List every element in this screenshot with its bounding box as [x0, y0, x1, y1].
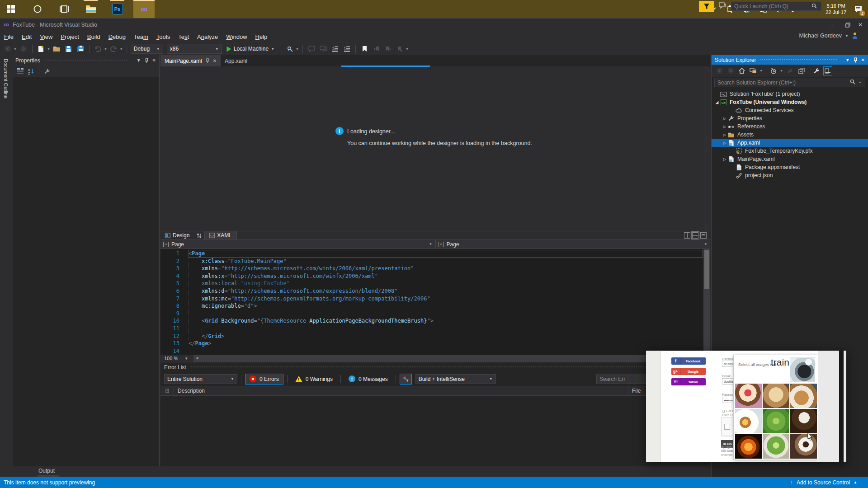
editor-vertical-scrollbar[interactable]	[703, 249, 710, 355]
window-position-caret-icon[interactable]: ▼	[845, 57, 850, 62]
solution-platform-dropdown[interactable]: x86▼	[167, 44, 222, 54]
toolbar-options-caret-icon[interactable]: ▼	[406, 47, 409, 51]
breadcrumb-left-page[interactable]: ‹› Page ▼	[160, 240, 436, 249]
pin-icon[interactable]	[145, 58, 149, 63]
search-icon[interactable]	[850, 79, 855, 84]
code-line-6[interactable]: xmlns:d="http://schemas.microsoft.com/ex…	[189, 287, 703, 295]
uncomment-selection-button[interactable]	[318, 44, 328, 54]
code-line-2[interactable]: x:Class="FoxTube.MainPage"	[189, 258, 703, 265]
intellisense-filter-button[interactable]	[400, 374, 412, 385]
xaml-view-tab[interactable]: <> XAML	[204, 231, 237, 239]
code-line-3[interactable]: xmlns="http://schemas.microsoft.com/winf…	[189, 265, 703, 272]
captcha-image-pancakes[interactable]	[790, 384, 817, 408]
code-line-7[interactable]: xmlns:mc="http://schemas.openxmlformats.…	[189, 295, 703, 303]
code-line-4[interactable]: xmlns:x="http://schemas.microsoft.com/wi…	[189, 272, 703, 280]
search-options-caret-icon[interactable]: ▼	[859, 81, 862, 84]
redo-button[interactable]	[109, 44, 119, 54]
switch-views-button[interactable]	[749, 67, 757, 75]
collapsed-arrow-icon[interactable]: ▷	[722, 157, 727, 161]
close-icon[interactable]: ✕	[861, 57, 865, 62]
collapsed-arrow-icon[interactable]: ▷	[722, 117, 727, 121]
horizontal-split-button[interactable]	[692, 232, 698, 239]
google-signin-button[interactable]: g+Google	[671, 368, 706, 375]
tree-item-package-appxmanifest[interactable]: Package.appxmanifest	[712, 163, 868, 171]
collapse-pane-button[interactable]	[700, 232, 707, 239]
increase-indent-button[interactable]	[342, 44, 352, 54]
window-position-caret-icon[interactable]: ▼	[137, 58, 141, 63]
menu-window[interactable]: Window	[222, 32, 251, 42]
redo-caret-icon[interactable]: ▼	[120, 47, 123, 51]
warnings-filter-button[interactable]: 0 Warnings	[291, 374, 337, 385]
photoshop-taskbar-button[interactable]: Ps	[107, 0, 128, 18]
menu-test[interactable]: Test	[174, 32, 193, 42]
tab-mainpage-xaml[interactable]: MainPage.xaml ✕	[160, 55, 221, 66]
add-to-source-control-button[interactable]: ↑ Add to Source Control ▲	[790, 479, 857, 486]
menu-team[interactable]: Team	[130, 32, 152, 42]
tree-item-project-json[interactable]: project.json	[712, 171, 868, 179]
opt-in-checkbox[interactable]	[722, 410, 725, 413]
captcha-image-beans[interactable]	[790, 409, 817, 433]
breadcrumb-right-page[interactable]: ‹› Page ▼	[436, 240, 711, 249]
expanded-arrow-icon[interactable]: ◢	[714, 100, 720, 104]
sync-with-active-document-button[interactable]	[786, 67, 794, 75]
tree-item-solution-foxtube-1-project[interactable]: Solution 'FoxTube' (1 project)	[712, 90, 868, 98]
decrease-indent-button[interactable]	[330, 44, 340, 54]
filter-caret-icon[interactable]: ▼	[780, 69, 783, 72]
captcha-image-dessert[interactable]	[763, 384, 789, 408]
navigate-back-button[interactable]	[3, 44, 13, 54]
pin-icon[interactable]	[854, 57, 858, 63]
error-provider-dropdown[interactable]: Build + IntelliSense▼	[415, 374, 496, 384]
code-line-13[interactable]: </Page>	[189, 340, 703, 347]
attach-caret-icon[interactable]: ▼	[296, 47, 299, 51]
error-scope-dropdown[interactable]: Entire Solution▼	[164, 374, 237, 384]
collapsed-arrow-icon[interactable]: ▷	[722, 141, 727, 145]
tree-item-app-xaml[interactable]: ▷<>App.xaml	[712, 139, 868, 147]
taskbar-clock[interactable]: 5:16 PM 22-Jul-17	[826, 3, 846, 16]
new-item-caret-icon[interactable]: ▼	[47, 47, 50, 51]
solution-configuration-dropdown[interactable]: Debug▼	[131, 44, 163, 54]
code-line-12[interactable]: </Grid>	[189, 333, 703, 340]
save-button[interactable]	[64, 44, 74, 54]
output-tab-button[interactable]: Output	[38, 468, 55, 474]
close-button[interactable]: ✕	[853, 19, 868, 31]
tree-item-assets[interactable]: ▷Assets	[712, 131, 868, 139]
facebook-signin-button[interactable]: fFacebook	[671, 357, 706, 365]
code-line-1[interactable]: <Page	[189, 250, 703, 258]
code-line-8[interactable]: mc:Ignorable="d">	[189, 302, 703, 310]
navigate-forward-button[interactable]	[19, 44, 28, 54]
next-bookmark-button[interactable]	[383, 44, 393, 54]
captcha-image-glowbowl[interactable]	[735, 434, 762, 459]
menu-help[interactable]: Help	[251, 32, 272, 42]
back-history-caret-icon[interactable]: ▼	[14, 47, 17, 51]
error-list-search-input[interactable]	[596, 374, 646, 384]
comment-selection-button[interactable]	[307, 44, 316, 54]
pin-icon[interactable]	[205, 58, 210, 63]
menu-analyze[interactable]: Analyze	[193, 32, 222, 42]
home-button[interactable]	[738, 67, 746, 75]
scrollbar-thumb[interactable]	[704, 250, 709, 289]
categorized-view-button[interactable]	[17, 68, 24, 75]
attach-to-process-button[interactable]	[285, 44, 295, 54]
start-button[interactable]	[0, 0, 21, 18]
tree-item-connected-services[interactable]: Connected Services	[712, 106, 868, 114]
designer-scrollbar[interactable]	[704, 66, 710, 231]
solution-explorer-header[interactable]: Solution Explorer ▼ ✕	[712, 55, 868, 65]
menu-file[interactable]: File	[0, 32, 18, 42]
editor-horizontal-scrollbar[interactable]: ◄	[193, 355, 710, 362]
collapsed-arrow-icon[interactable]: ▷	[722, 125, 727, 129]
email-field[interactable]: doolitle	[722, 378, 734, 385]
errors-filter-button[interactable]: ✕0 Errors	[245, 374, 283, 385]
code-line-10[interactable]: <Grid Background="{ThemeResource Applica…	[189, 317, 703, 325]
send-feedback-button[interactable]	[719, 2, 726, 9]
zoom-level-dropdown[interactable]: 100 % ▼	[160, 356, 192, 361]
tree-item-foxtube-temporarykey-pfx[interactable]: FoxTube_TemporaryKey.pfx	[712, 147, 868, 155]
preview-selected-items-button[interactable]	[824, 67, 832, 75]
captcha-image-cake[interactable]	[735, 384, 762, 408]
menu-debug[interactable]: Debug	[104, 32, 130, 42]
collapsed-arrow-icon[interactable]: ▷	[722, 133, 727, 137]
fineprint-line2[interactable]: IGN User	[721, 449, 733, 452]
code-line-5[interactable]: xmlns:local="using:FoxTube"	[189, 280, 703, 287]
properties-wrench-button[interactable]	[44, 68, 50, 75]
save-all-button[interactable]	[75, 44, 85, 54]
action-center-button[interactable]: 1	[854, 4, 863, 14]
